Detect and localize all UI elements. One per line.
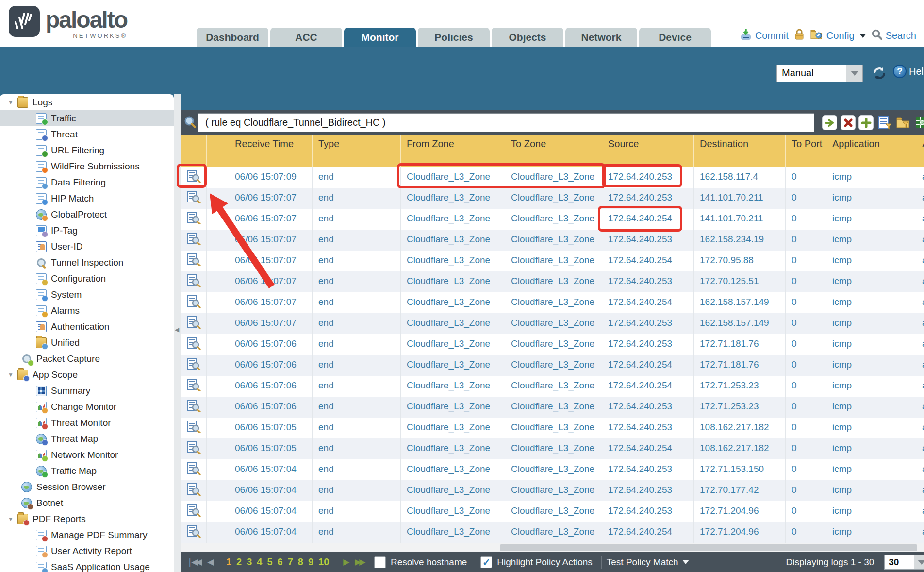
- column-header-to-port[interactable]: To Port: [786, 135, 826, 167]
- cell-receive-time[interactable]: 06/06 15:07:06: [229, 397, 313, 418]
- column-header-col0[interactable]: [181, 135, 207, 167]
- cell-source[interactable]: 172.64.240.254: [602, 376, 694, 397]
- cell-type[interactable]: end: [313, 376, 401, 397]
- cell-source[interactable]: 172.64.240.254: [602, 438, 694, 459]
- cell-destination[interactable]: 162.158.117.4: [694, 167, 786, 188]
- sidebar-item-configuration[interactable]: Configuration: [0, 270, 174, 286]
- column-header-receive-time[interactable]: Receive Time: [229, 135, 313, 167]
- clear-filter-icon[interactable]: [841, 115, 856, 130]
- cell-application[interactable]: icmp: [826, 230, 916, 251]
- sidebar-item-change-monitor[interactable]: Change Monitor: [0, 399, 174, 415]
- cell-from-zone[interactable]: Cloudflare_L3_Zone: [401, 188, 505, 209]
- cell-to-zone[interactable]: Cloudflare_L3_Zone: [505, 167, 602, 188]
- log-detail-icon[interactable]: [187, 253, 201, 269]
- sidebar-item-traffic-map[interactable]: Traffic Map: [0, 463, 174, 479]
- sidebar-item-network-monitor[interactable]: Network Monitor: [0, 447, 174, 463]
- expander-icon-app-scope[interactable]: ▼: [8, 371, 17, 378]
- cell-application[interactable]: icmp: [826, 438, 916, 459]
- cell-type[interactable]: end: [313, 292, 401, 313]
- cell-type[interactable]: end: [313, 501, 401, 522]
- filter-query-input[interactable]: [198, 113, 814, 132]
- cell-application[interactable]: icmp: [826, 397, 916, 418]
- cell-receive-time[interactable]: 06/06 15:07:07: [229, 188, 313, 209]
- sidebar-item-alarms[interactable]: Alarms: [0, 303, 174, 319]
- sidebar-item-manage-pdf-summary[interactable]: Manage PDF Summary: [0, 527, 174, 543]
- sidebar-item-system[interactable]: System: [0, 286, 174, 303]
- log-detail-icon[interactable]: [187, 421, 201, 436]
- cell-a[interactable]: a: [916, 522, 924, 543]
- sidebar-item-app-scope[interactable]: ▼App Scope: [0, 367, 174, 383]
- cell-a[interactable]: a: [916, 418, 924, 438]
- sidebar-item-tunnel-inspection[interactable]: Tunnel Inspection: [0, 254, 174, 270]
- cell-a[interactable]: a: [916, 459, 924, 480]
- cell-to-zone[interactable]: Cloudflare_L3_Zone: [505, 313, 602, 334]
- column-header-col1[interactable]: [207, 135, 229, 167]
- cell-destination[interactable]: 172.71.253.23: [694, 397, 786, 418]
- sidebar-item-user-activity-report[interactable]: User Activity Report: [0, 543, 174, 559]
- cell-receive-time[interactable]: 06/06 15:07:07: [229, 251, 313, 271]
- cell-to-port[interactable]: 0: [786, 397, 826, 418]
- cell-from-zone[interactable]: Cloudflare_L3_Zone: [401, 501, 505, 522]
- cell-a[interactable]: a: [916, 230, 924, 251]
- cell-type[interactable]: end: [313, 522, 401, 543]
- cell-source[interactable]: 172.64.240.253: [602, 230, 694, 251]
- cell-to-port[interactable]: 0: [786, 251, 826, 271]
- log-detail-icon[interactable]: [187, 504, 201, 519]
- cell-source[interactable]: 172.64.240.253: [602, 271, 694, 292]
- cell-to-zone[interactable]: Cloudflare_L3_Zone: [505, 459, 602, 480]
- cell-source[interactable]: 172.64.240.253: [602, 459, 694, 480]
- cell-destination[interactable]: 172.71.181.76: [694, 355, 786, 376]
- cell-to-zone[interactable]: Cloudflare_L3_Zone: [505, 230, 602, 251]
- cell-type[interactable]: end: [313, 355, 401, 376]
- page-number-4[interactable]: 4: [257, 556, 262, 568]
- cell-source[interactable]: 172.64.240.253: [602, 188, 694, 209]
- cell-receive-time[interactable]: 06/06 15:07:05: [229, 418, 313, 438]
- log-detail-icon[interactable]: [187, 462, 201, 477]
- cell-receive-time[interactable]: 06/06 15:07:06: [229, 334, 313, 355]
- last-page-button[interactable]: ▶▶: [355, 557, 364, 567]
- search-button[interactable]: Search: [871, 29, 916, 43]
- cell-to-port[interactable]: 0: [786, 438, 826, 459]
- cell-destination[interactable]: 141.101.70.211: [694, 209, 786, 230]
- cell-from-zone[interactable]: Cloudflare_L3_Zone: [401, 334, 505, 355]
- column-header-type[interactable]: Type: [313, 135, 401, 167]
- cell-source[interactable]: 172.64.240.254: [602, 209, 694, 230]
- sidebar-item-session-browser[interactable]: Session Browser: [0, 479, 174, 495]
- cell-to-port[interactable]: 0: [786, 188, 826, 209]
- cell-receive-time[interactable]: 06/06 15:07:07: [229, 292, 313, 313]
- column-header-source[interactable]: Source: [602, 135, 694, 167]
- cell-destination[interactable]: 172.70.125.51: [694, 271, 786, 292]
- cell-receive-time[interactable]: 06/06 15:07:05: [229, 438, 313, 459]
- cell-destination[interactable]: 172.71.204.96: [694, 522, 786, 543]
- collapse-sidebar-icon[interactable]: ◀: [175, 326, 179, 333]
- page-number-2[interactable]: 2: [236, 556, 242, 568]
- cell-source[interactable]: 172.64.240.253: [602, 167, 694, 188]
- log-detail-icon[interactable]: [187, 483, 201, 498]
- cell-destination[interactable]: 162.158.234.19: [694, 230, 786, 251]
- cell-receive-time[interactable]: 06/06 15:07:04: [229, 459, 313, 480]
- lock-icon[interactable]: [793, 28, 805, 43]
- cell-source[interactable]: 172.64.240.253: [602, 501, 694, 522]
- cell-destination[interactable]: 172.71.204.96: [694, 501, 786, 522]
- tab-network[interactable]: Network: [565, 28, 637, 47]
- cell-destination[interactable]: 172.70.95.88: [694, 251, 786, 271]
- cell-source[interactable]: 172.64.240.254: [602, 355, 694, 376]
- cell-to-port[interactable]: 0: [786, 271, 826, 292]
- cell-receive-time[interactable]: 06/06 15:07:04: [229, 480, 313, 501]
- cell-to-zone[interactable]: Cloudflare_L3_Zone: [505, 271, 602, 292]
- column-header-a[interactable]: A: [916, 135, 924, 167]
- sidebar-item-ip-tag[interactable]: IP-Tag: [0, 222, 174, 238]
- column-header-application[interactable]: Application: [826, 135, 916, 167]
- log-detail-icon[interactable]: [187, 525, 201, 540]
- cell-to-port[interactable]: 0: [786, 501, 826, 522]
- cell-destination[interactable]: 108.162.217.182: [694, 418, 786, 438]
- tab-policies[interactable]: Policies: [418, 28, 490, 47]
- refresh-mode-caret[interactable]: [846, 65, 862, 82]
- cell-from-zone[interactable]: Cloudflare_L3_Zone: [401, 292, 505, 313]
- sidebar-item-traffic[interactable]: Traffic: [0, 110, 174, 126]
- cell-from-zone[interactable]: Cloudflare_L3_Zone: [401, 459, 505, 480]
- cell-source[interactable]: 172.64.240.253: [602, 334, 694, 355]
- cell-application[interactable]: icmp: [826, 292, 916, 313]
- cell-destination[interactable]: 108.162.217.182: [694, 438, 786, 459]
- cell-receive-time[interactable]: 06/06 15:07:07: [229, 230, 313, 251]
